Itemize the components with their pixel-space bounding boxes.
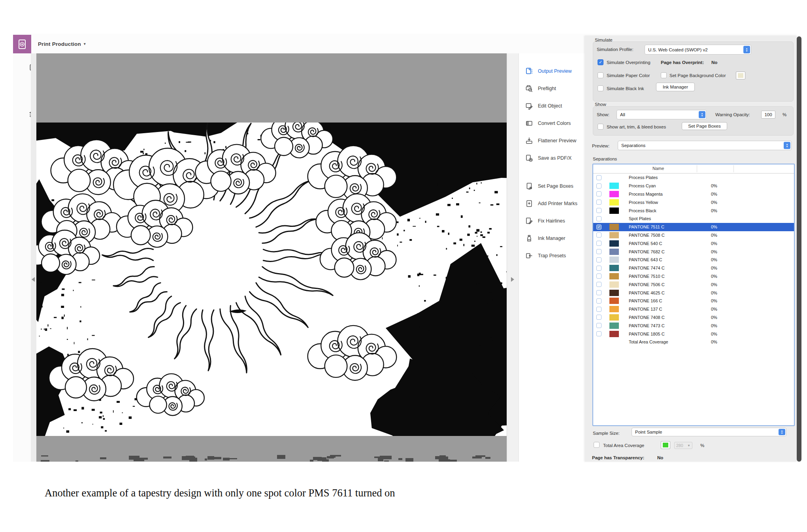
- next-page-peek-mark: [310, 460, 313, 462]
- separation-row-process-cyan[interactable]: Process Cyan0%: [593, 182, 794, 190]
- separation-row-pantone-7474-c[interactable]: PANTONE 7474 C0%: [593, 264, 794, 272]
- separation-color-swatch: [609, 232, 619, 238]
- tool-item-label: Fix Hairlines: [538, 218, 565, 224]
- separation-visibility-checkbox[interactable]: [596, 307, 601, 312]
- separation-visibility-checkbox[interactable]: [596, 216, 601, 221]
- separation-visibility-checkbox[interactable]: [596, 274, 601, 279]
- separation-name: PANTONE 7510 C: [629, 274, 665, 279]
- separation-row-process-magenta[interactable]: Process Magenta0%: [593, 190, 794, 198]
- tool-item-set-page-boxes[interactable]: Set Page Boxes: [519, 177, 585, 195]
- separation-row-process-plates[interactable]: Process Plates: [593, 174, 794, 182]
- separation-row-pantone-7682-c[interactable]: PANTONE 7682 C0%: [593, 247, 794, 256]
- tool-item-convert-colors[interactable]: Convert Colors: [519, 115, 585, 132]
- separation-percent: 0%: [711, 257, 717, 262]
- dialog-scrollbar[interactable]: [797, 36, 801, 462]
- separation-name: PANTONE 7408 C: [629, 315, 665, 320]
- separation-percent: 0%: [711, 340, 717, 344]
- separation-row-pantone-643-c[interactable]: PANTONE 643 C0%: [593, 256, 794, 264]
- tool-item-save-as-pdf-x[interactable]: Save as PDF/X: [519, 149, 585, 167]
- toolset-title[interactable]: Print Production▾: [38, 41, 86, 47]
- separation-row-spot-plates[interactable]: Spot Plates: [593, 215, 794, 223]
- simulate-black-ink-checkbox[interactable]: [598, 85, 603, 91]
- tool-item-output-preview[interactable]: Output Preview: [519, 62, 585, 80]
- tac-color-swatch[interactable]: [661, 441, 670, 449]
- tool-item-trap-presets[interactable]: Trap Presets: [519, 247, 585, 264]
- separation-visibility-checkbox[interactable]: [596, 241, 601, 246]
- next-page-peek-mark: [277, 455, 285, 459]
- separation-visibility-checkbox[interactable]: [596, 331, 601, 336]
- simulate-paper-color-checkbox[interactable]: [598, 72, 603, 78]
- separation-row-process-yellow[interactable]: Process Yellow0%: [593, 198, 794, 206]
- tool-item-label: Add Printer Marks: [538, 201, 577, 206]
- separation-row-pantone-7506-c[interactable]: PANTONE 7506 C0%: [593, 280, 794, 289]
- set-page-boxes-button[interactable]: Set Page Boxes: [682, 122, 727, 130]
- canvas-right-gutter: [507, 53, 519, 462]
- create-pdf-app-icon[interactable]: [13, 35, 31, 53]
- separation-name: PANTONE 166 C: [629, 298, 662, 303]
- toolset-title-label: Print Production: [38, 41, 81, 47]
- separation-visibility-checkbox[interactable]: [596, 290, 601, 295]
- separation-visibility-checkbox[interactable]: [596, 175, 601, 180]
- separation-name: PANTONE 540 C: [629, 241, 662, 246]
- separation-visibility-checkbox[interactable]: [596, 200, 601, 205]
- separation-percent: 0%: [711, 224, 717, 229]
- warning-opacity-input[interactable]: 100: [761, 111, 775, 119]
- separation-row-pantone-7511-c[interactable]: PANTONE 7511 C0%: [593, 223, 794, 231]
- show-boxes-checkbox[interactable]: [598, 124, 603, 130]
- tac-value: 280: [676, 443, 683, 448]
- separation-row-pantone-137-c[interactable]: PANTONE 137 C0%: [593, 305, 794, 313]
- separation-row-process-black[interactable]: Process Black0%: [593, 206, 794, 215]
- separation-visibility-checkbox[interactable]: [596, 224, 601, 230]
- tool-item-flattener-preview[interactable]: Flattener Preview: [519, 132, 585, 149]
- show-select[interactable]: All ▲▼: [617, 110, 707, 119]
- separation-row-total-area-coverage[interactable]: Total Area Coverage0%: [593, 338, 794, 346]
- document-plus-icon: [17, 39, 27, 49]
- left-navigation-rail: [13, 53, 31, 462]
- set-page-background-color-checkbox[interactable]: [661, 72, 667, 78]
- separation-visibility-checkbox[interactable]: [596, 208, 601, 213]
- separation-row-pantone-1805-c[interactable]: PANTONE 1805 C0%: [593, 330, 794, 338]
- sample-size-select[interactable]: Point Sample ▲▼: [632, 428, 786, 436]
- tool-item-preflight[interactable]: Preflight: [519, 80, 585, 97]
- next-page-peek-mark: [100, 457, 106, 459]
- simulation-profile-select[interactable]: U.S. Web Coated (SWOP) v2 ▲▼: [645, 45, 751, 55]
- separation-percent: 0%: [711, 307, 717, 311]
- separation-visibility-checkbox[interactable]: [596, 232, 601, 238]
- print-production-tools-panel: Output PreviewPreflightEdit ObjectConver…: [519, 53, 585, 462]
- tool-item-label: Save as PDF/X: [538, 155, 571, 161]
- separation-visibility-checkbox[interactable]: [596, 315, 601, 320]
- simulate-overprinting-checkbox[interactable]: [598, 59, 603, 65]
- separation-visibility-checkbox[interactable]: [596, 298, 601, 304]
- separation-row-pantone-4625-c[interactable]: PANTONE 4625 C0%: [593, 289, 794, 297]
- pan-right-arrow[interactable]: [511, 277, 514, 282]
- separation-visibility-checkbox[interactable]: [596, 191, 601, 196]
- tool-item-edit-object[interactable]: Edit Object: [519, 97, 585, 115]
- tac-value-select[interactable]: 280 ▼: [674, 442, 692, 449]
- stepper-icon: ▲▼: [743, 46, 750, 53]
- tool-item-add-printer-marks[interactable]: Add Printer Marks: [519, 195, 585, 212]
- figure-caption: Another example of a tapestry design wit…: [45, 487, 395, 499]
- separation-name: Process Yellow: [629, 200, 658, 205]
- show-select-value: All: [620, 112, 625, 117]
- separation-row-pantone-7510-c[interactable]: PANTONE 7510 C0%: [593, 272, 794, 281]
- total-area-coverage-checkbox[interactable]: [594, 442, 600, 448]
- separation-row-pantone-7508-c[interactable]: PANTONE 7508 C0%: [593, 231, 794, 240]
- pan-left-arrow[interactable]: [32, 277, 35, 282]
- separation-visibility-checkbox[interactable]: [596, 323, 601, 328]
- separation-visibility-checkbox[interactable]: [596, 249, 601, 254]
- separation-color-swatch: [609, 224, 619, 230]
- chevron-down-icon: ▼: [687, 444, 690, 447]
- separation-row-pantone-7408-c[interactable]: PANTONE 7408 C0%: [593, 313, 794, 322]
- separation-row-pantone-166-c[interactable]: PANTONE 166 C0%: [593, 297, 794, 305]
- tool-item-fix-hairlines[interactable]: Fix Hairlines: [519, 212, 585, 230]
- separation-row-pantone-7473-c[interactable]: PANTONE 7473 C0%: [593, 321, 794, 330]
- separation-visibility-checkbox[interactable]: [596, 183, 601, 189]
- separation-visibility-checkbox[interactable]: [596, 282, 601, 287]
- preview-select[interactable]: Separations ▲▼: [618, 141, 792, 150]
- tool-item-ink-manager[interactable]: Ink Manager: [519, 230, 585, 247]
- ink-manager-button[interactable]: Ink Manager: [656, 83, 695, 91]
- separation-row-pantone-540-c[interactable]: PANTONE 540 C0%: [593, 239, 794, 247]
- separation-visibility-checkbox[interactable]: [596, 266, 601, 271]
- separation-visibility-checkbox[interactable]: [596, 257, 601, 262]
- page-background-color-swatch[interactable]: [736, 72, 745, 79]
